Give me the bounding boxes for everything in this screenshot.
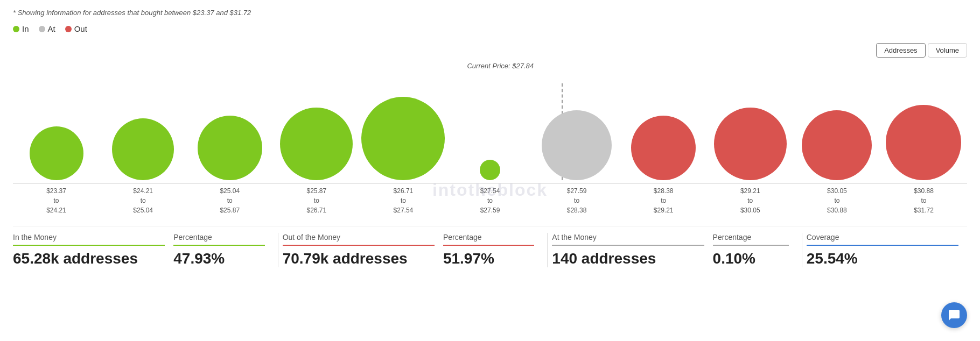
- coverage-block: Coverage 25.54%: [807, 233, 967, 267]
- bubble-col-8: [707, 108, 794, 180]
- at-the-money-label: At the Money: [552, 233, 704, 241]
- chart-area: Current Price: $27.84 intotheblock $23.3…: [13, 62, 967, 215]
- bubble-col-10: [880, 105, 967, 180]
- stats-section: In the Money 65.28k addresses Percentage…: [13, 226, 967, 267]
- at-percentage-underline: [713, 245, 789, 246]
- out-percentage-label: Percentage: [443, 233, 534, 241]
- bubble-6: [542, 110, 612, 180]
- bubble-col-9: [794, 110, 880, 180]
- price-range-6: $27.59to$28.38: [534, 186, 620, 215]
- bubble-4: [361, 97, 445, 180]
- bubble-col-1: [100, 118, 186, 180]
- price-range-10: $30.88to$31.72: [880, 186, 967, 215]
- bubble-col-0: [13, 126, 100, 180]
- price-range-9: $30.05to$30.88: [794, 186, 880, 215]
- chat-button[interactable]: [941, 302, 967, 328]
- price-range-1: $24.21to$25.04: [100, 186, 186, 215]
- price-range-0: $23.37to$24.21: [13, 186, 100, 215]
- addresses-button[interactable]: Addresses: [876, 43, 925, 58]
- bubbles-row: [13, 62, 967, 180]
- out-percentage-block: Percentage 51.97%: [443, 233, 543, 267]
- bubble-10: [886, 105, 961, 180]
- at-percentage-value: 0.10%: [713, 250, 789, 267]
- price-ranges: $23.37to$24.21$24.21to$25.04$25.04to$25.…: [13, 186, 967, 215]
- price-range-5: $27.54to$27.59: [446, 186, 533, 215]
- coverage-underline: [807, 245, 958, 246]
- bubble-col-7: [620, 116, 707, 180]
- disclaimer-text: * Showing information for addresses that…: [13, 9, 967, 17]
- at-percentage-label: Percentage: [713, 233, 789, 241]
- out-the-money-value: 70.79k addresses: [283, 250, 435, 267]
- price-range-8: $29.21to$30.05: [707, 186, 794, 215]
- bubble-5: [480, 160, 500, 180]
- legend: In At Out: [13, 24, 967, 33]
- legend-out: Out: [65, 24, 87, 33]
- legend-in-label: In: [22, 24, 29, 33]
- bubble-9: [802, 110, 872, 180]
- bubble-col-6: [534, 110, 620, 180]
- view-toggle-toolbar: Addresses Volume: [13, 43, 967, 58]
- in-percentage-label: Percentage: [173, 233, 264, 241]
- out-percentage-value: 51.97%: [443, 250, 534, 267]
- bubble-8: [714, 108, 787, 180]
- legend-at-label: At: [48, 24, 55, 33]
- bubble-3: [280, 108, 353, 180]
- in-the-money-value: 65.28k addresses: [13, 250, 165, 267]
- stat-divider-3: [802, 233, 802, 267]
- in-the-money-underline: [13, 245, 165, 246]
- out-percentage-underline: [443, 245, 534, 246]
- price-range-3: $25.87to$26.71: [273, 186, 360, 215]
- chat-icon: [948, 309, 961, 322]
- in-the-money-label: In the Money: [13, 233, 165, 241]
- legend-out-label: Out: [74, 24, 87, 33]
- chart-divider: [13, 183, 967, 184]
- price-range-4: $26.71to$27.54: [360, 186, 446, 215]
- bubble-col-3: [273, 108, 360, 180]
- legend-at: At: [39, 24, 55, 33]
- out-the-money-label: Out of the Money: [283, 233, 435, 241]
- in-dot: [13, 26, 19, 32]
- bubble-col-5: [446, 160, 533, 180]
- coverage-value: 25.54%: [807, 250, 958, 267]
- price-range-7: $28.38to$29.21: [620, 186, 707, 215]
- in-the-money-block: In the Money 65.28k addresses: [13, 233, 173, 267]
- in-percentage-value: 47.93%: [173, 250, 264, 267]
- price-range-2: $25.04to$25.87: [186, 186, 273, 215]
- out-dot: [65, 26, 72, 32]
- bubble-2: [198, 116, 262, 180]
- in-percentage-block: Percentage 47.93%: [173, 233, 273, 267]
- bubble-7: [631, 116, 696, 180]
- at-the-money-underline: [552, 245, 704, 246]
- stat-divider-1: [278, 233, 278, 267]
- bubble-col-2: [186, 116, 273, 180]
- bubble-0: [30, 126, 83, 180]
- legend-in: In: [13, 24, 29, 33]
- at-dot: [39, 26, 45, 32]
- in-percentage-underline: [173, 245, 264, 246]
- at-percentage-block: Percentage 0.10%: [713, 233, 797, 267]
- bubble-col-4: [360, 97, 446, 180]
- stat-divider-2: [547, 233, 548, 267]
- coverage-label: Coverage: [807, 233, 958, 241]
- at-the-money-block: At the Money 140 addresses: [552, 233, 712, 267]
- at-the-money-value: 140 addresses: [552, 250, 704, 267]
- out-the-money-block: Out of the Money 70.79k addresses: [283, 233, 443, 267]
- volume-button[interactable]: Volume: [928, 43, 967, 58]
- out-the-money-underline: [283, 245, 435, 246]
- bubble-1: [112, 118, 174, 180]
